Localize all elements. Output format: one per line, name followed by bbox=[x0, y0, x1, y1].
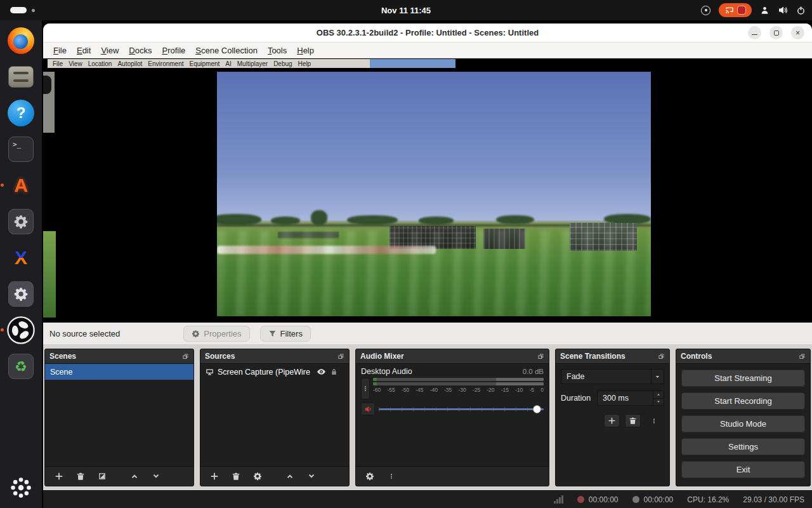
dock-file-cabinet-icon[interactable] bbox=[6, 62, 36, 92]
window-buttons: × bbox=[748, 26, 804, 39]
dock-software-recycler-icon[interactable]: ♻ bbox=[6, 351, 36, 382]
source-properties-button[interactable] bbox=[249, 470, 265, 483]
dock-x-app-icon[interactable]: X X bbox=[6, 243, 36, 273]
record-indicator-icon[interactable] bbox=[701, 6, 710, 15]
screenshare-person-icon[interactable] bbox=[760, 6, 769, 15]
dock-terminal-icon[interactable]: >_ bbox=[6, 134, 36, 164]
obs-menubar: File Edit View Docks Profile Scene Colle… bbox=[43, 43, 812, 58]
volume-icon[interactable] bbox=[778, 5, 788, 15]
gears-icon bbox=[365, 472, 374, 481]
mute-button[interactable] bbox=[361, 403, 375, 415]
capture-menu-item: File bbox=[53, 60, 63, 67]
float-dock-icon[interactable] bbox=[182, 353, 189, 360]
volume-slider-knob[interactable] bbox=[533, 405, 541, 413]
maximize-button[interactable] bbox=[769, 26, 783, 39]
fps-indicator: 29.03 / 30.00 FPS bbox=[743, 495, 804, 504]
close-button[interactable]: × bbox=[791, 26, 804, 39]
move-scene-down-button[interactable] bbox=[148, 470, 164, 483]
audio-channel-name: Desktop Audio bbox=[361, 367, 412, 376]
remove-transition-button[interactable] bbox=[625, 414, 641, 427]
controls-header: Controls bbox=[676, 349, 810, 364]
remove-scene-button[interactable] bbox=[72, 470, 88, 483]
transition-select[interactable]: Fade bbox=[561, 369, 664, 384]
start-streaming-button[interactable]: Start Streaming bbox=[681, 370, 805, 387]
screencast-pill[interactable] bbox=[719, 3, 752, 17]
recording-status-dot bbox=[577, 496, 584, 503]
ubuntu-dock: ? >_ A X X ♻ bbox=[0, 20, 42, 508]
menu-scene-collection[interactable]: Scene Collection bbox=[190, 44, 263, 57]
tree bbox=[419, 217, 454, 225]
obs-statusbar: 00:00:00 00:00:00 CPU: 16.2% 29.03 / 30.… bbox=[43, 490, 812, 508]
dock-orange-a-app-icon[interactable]: A bbox=[6, 170, 36, 201]
dock-help-icon[interactable]: ? bbox=[6, 98, 36, 128]
start-recording-button[interactable]: Start Recording bbox=[681, 392, 805, 410]
move-source-down-button[interactable] bbox=[303, 470, 319, 483]
volume-meter-right bbox=[373, 382, 544, 385]
tree bbox=[271, 217, 300, 225]
source-list-item[interactable]: Screen Capture (PipeWire bbox=[200, 364, 349, 380]
tree bbox=[347, 215, 398, 225]
capture-menu-item: Autopilot bbox=[117, 60, 142, 67]
float-dock-icon[interactable] bbox=[537, 353, 544, 360]
dock-show-apps-icon[interactable] bbox=[6, 472, 36, 503]
kebab-icon bbox=[651, 417, 657, 425]
move-source-up-button[interactable] bbox=[282, 470, 298, 483]
properties-button[interactable]: Properties bbox=[183, 326, 249, 342]
move-scene-up-button[interactable] bbox=[126, 470, 142, 483]
preview-canvas[interactable]: File View Location Autopilot Environment… bbox=[43, 58, 812, 323]
duration-spinbox[interactable]: 300 ms bbox=[597, 391, 664, 406]
screen-capture-source-icon bbox=[206, 368, 214, 376]
settings-button[interactable]: Settings bbox=[681, 438, 805, 455]
add-transition-button[interactable] bbox=[604, 414, 620, 427]
menu-edit[interactable]: Edit bbox=[72, 44, 96, 57]
filters-button[interactable]: Filters bbox=[260, 326, 311, 342]
filter-icon bbox=[268, 330, 277, 338]
stop-recording-button[interactable] bbox=[737, 6, 746, 15]
remove-source-button[interactable] bbox=[228, 470, 244, 483]
advanced-audio-button[interactable] bbox=[362, 470, 377, 483]
menu-file[interactable]: File bbox=[48, 44, 72, 57]
scenes-header: Scenes bbox=[45, 349, 193, 364]
float-dock-icon[interactable] bbox=[799, 353, 806, 360]
dock-tweaks-gear-icon[interactable] bbox=[6, 279, 36, 309]
capture-menu-item: View bbox=[69, 60, 82, 67]
spin-down-icon[interactable] bbox=[653, 399, 664, 406]
menu-docks[interactable]: Docks bbox=[124, 44, 157, 57]
scene-list-item[interactable]: Scene bbox=[45, 364, 193, 380]
lock-icon[interactable] bbox=[330, 368, 338, 376]
tree bbox=[311, 210, 327, 225]
dock-obs-studio-icon[interactable] bbox=[6, 315, 36, 345]
dropdown-arrow-icon[interactable] bbox=[651, 370, 664, 384]
add-source-button[interactable] bbox=[206, 470, 222, 483]
workspace-indicator[interactable] bbox=[10, 0, 35, 20]
transition-menu-button[interactable] bbox=[646, 414, 662, 427]
power-icon[interactable] bbox=[796, 6, 806, 15]
scene-transitions-panel: Scene Transitions Fade Duration 300 ms bbox=[555, 349, 670, 486]
float-dock-icon[interactable] bbox=[658, 353, 665, 360]
exit-button[interactable]: Exit bbox=[681, 461, 805, 478]
scene-filters-button[interactable] bbox=[94, 470, 110, 483]
kebab-icon bbox=[362, 381, 369, 396]
channel-menu-button[interactable] bbox=[361, 378, 370, 399]
capture-menu-item: AI bbox=[225, 60, 231, 67]
topbar-status-area bbox=[701, 0, 806, 20]
minimize-button[interactable] bbox=[748, 26, 761, 39]
dock-settings-icon[interactable] bbox=[6, 206, 36, 237]
mixer-menu-button[interactable] bbox=[383, 470, 399, 483]
clock[interactable]: Nov 11 11:45 bbox=[381, 0, 431, 20]
muted-speaker-icon bbox=[364, 405, 372, 413]
audio-mixer-panel: Audio Mixer Desktop Audio 0.0 dB bbox=[355, 349, 549, 486]
menu-profile[interactable]: Profile bbox=[157, 44, 190, 57]
spin-up-icon[interactable] bbox=[653, 391, 664, 399]
titlebar: OBS 30.2.3.1-2build2 - Profile: Untitled… bbox=[43, 23, 812, 43]
menu-view[interactable]: View bbox=[96, 44, 124, 57]
studio-mode-button[interactable]: Studio Mode bbox=[681, 415, 805, 432]
volume-slider[interactable] bbox=[379, 404, 544, 414]
float-dock-icon[interactable] bbox=[337, 353, 344, 360]
visibility-eye-icon[interactable] bbox=[317, 367, 326, 377]
menu-tools[interactable]: Tools bbox=[263, 44, 292, 57]
add-scene-button[interactable] bbox=[51, 470, 67, 483]
menu-help[interactable]: Help bbox=[292, 44, 319, 57]
dock-firefox-icon[interactable] bbox=[6, 25, 36, 56]
controls-panel: Controls Start Streaming Start Recording… bbox=[676, 349, 811, 486]
